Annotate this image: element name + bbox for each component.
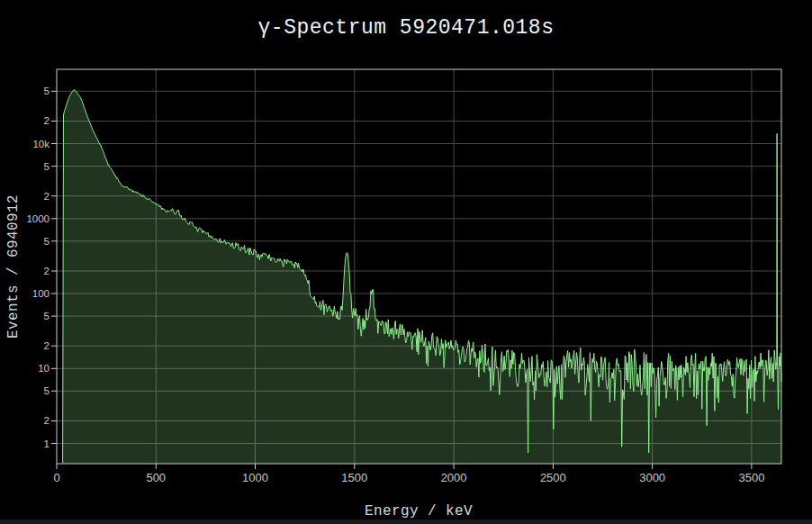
x-tick-label: 0 <box>30 471 84 484</box>
page-background: γ-Spectrum 5920471.018s 1251025100251000… <box>0 0 812 524</box>
x-tick-label: 2000 <box>427 471 481 484</box>
y-tick-label: 2 <box>0 339 50 352</box>
x-tick-label: 1500 <box>328 471 382 484</box>
y-tick-label: 10k <box>0 138 50 150</box>
x-tick-label: 3500 <box>725 471 779 484</box>
x-tick-label: 2500 <box>526 471 580 484</box>
y-tick-label: 2 <box>0 414 50 427</box>
x-tick-label: 3000 <box>626 471 680 484</box>
y-tick-label: 2 <box>0 114 50 127</box>
y-tick-label: 10 <box>0 362 50 375</box>
y-tick-label: 5 <box>0 85 50 97</box>
y-tick-label: 1 <box>0 438 50 450</box>
y-tick-label: 5 <box>0 384 50 397</box>
x-tick-label: 1000 <box>229 471 283 484</box>
plot-area[interactable] <box>0 0 812 524</box>
x-tick-label: 500 <box>129 471 183 484</box>
x-axis-title: Energy / keV <box>365 503 473 519</box>
spectrum-area-fill <box>63 90 781 465</box>
y-axis-title: Events / 6940912 <box>5 194 22 339</box>
y-tick-label: 5 <box>0 160 50 173</box>
bottom-bar <box>0 519 812 524</box>
